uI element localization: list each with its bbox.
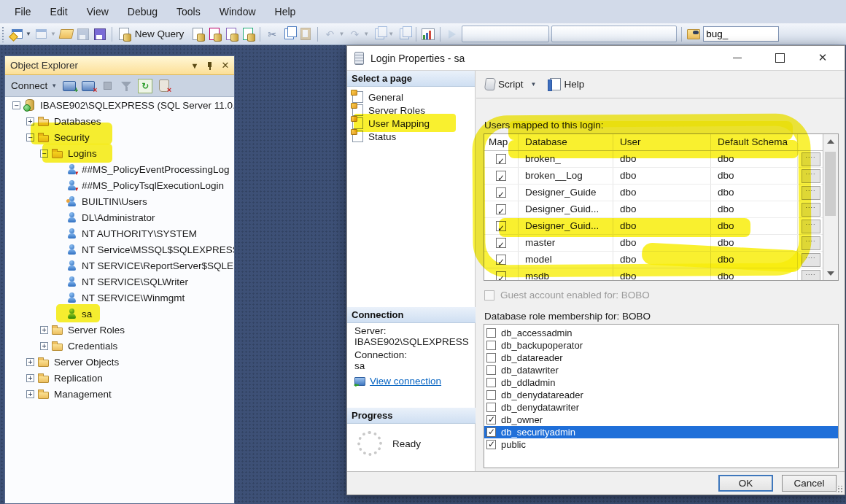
menu-item-edit[interactable]: Edit: [42, 3, 77, 20]
guest-account-checkbox[interactable]: [484, 290, 494, 301]
map-checkbox[interactable]: [496, 154, 506, 164]
role-item-db-datawriter[interactable]: db_datawriter: [484, 364, 838, 376]
tree-item-logins[interactable]: −Logins: [5, 145, 234, 161]
execute-icon[interactable]: [445, 27, 459, 42]
connect-server-icon[interactable]: +: [62, 79, 77, 93]
role-item-db-ddladmin[interactable]: db_ddladmin: [484, 376, 838, 389]
ellipsis-button[interactable]: ....: [802, 169, 820, 183]
uncomment-icon[interactable]: [397, 27, 411, 42]
xmla-query-icon[interactable]: [241, 27, 255, 42]
find-in-files-icon[interactable]: [686, 27, 701, 42]
tree-item-credentials[interactable]: +Credentials: [5, 338, 234, 354]
role-item-db-backupoperator[interactable]: db_backupoperator: [484, 339, 838, 352]
comment-dropdown-icon[interactable]: ▼: [388, 31, 394, 37]
role-item-public[interactable]: public: [484, 438, 838, 451]
activity-monitor-icon[interactable]: [421, 27, 435, 42]
page-item-user-mapping[interactable]: User Mapping: [347, 117, 475, 130]
map-checkbox[interactable]: [496, 204, 506, 214]
new-project-button[interactable]: [9, 27, 24, 42]
role-checkbox[interactable]: [486, 403, 496, 412]
menu-item-debug[interactable]: Debug: [119, 3, 166, 20]
map-checkbox[interactable]: [496, 187, 506, 198]
role-item-db-owner[interactable]: db_owner: [484, 414, 838, 426]
expand-toggle[interactable]: +: [26, 117, 34, 125]
tree-item-ibase902-sqlexpress-sql-server-11-0[interactable]: −IBASE902\SQLEXPRESS (SQL Server 11.0.: [5, 97, 234, 113]
menu-item-help[interactable]: Help: [266, 3, 305, 20]
stop-icon[interactable]: [100, 79, 115, 93]
resize-grip[interactable]: [836, 486, 843, 493]
role-item-db-accessadmin[interactable]: db_accessadmin: [484, 327, 838, 339]
tree-item-builtin-users[interactable]: BUILTIN\Users: [5, 193, 234, 209]
tree-item-management[interactable]: +Management: [5, 386, 234, 402]
scroll-thumb[interactable]: [825, 152, 836, 216]
expand-toggle[interactable]: −: [12, 101, 20, 109]
database-engine-query-icon[interactable]: [190, 27, 205, 42]
page-item-general[interactable]: General: [347, 90, 475, 104]
role-checkbox[interactable]: [486, 427, 496, 437]
copy-icon[interactable]: [282, 27, 296, 42]
tree-item-nt-service-winmgmt[interactable]: NT SERVICE\Winmgmt: [5, 290, 234, 306]
ellipsis-button[interactable]: ....: [802, 203, 820, 217]
new-query-button[interactable]: New Query: [135, 28, 185, 39]
ellipsis-button[interactable]: ....: [802, 220, 820, 233]
cut-icon[interactable]: ✂: [265, 27, 279, 42]
tree-item-nt-authority-system[interactable]: NT AUTHORITY\SYSTEM: [5, 225, 234, 241]
redo-dropdown-icon[interactable]: ▼: [363, 31, 369, 37]
ellipsis-button[interactable]: ....: [802, 152, 820, 166]
paste-icon[interactable]: [298, 27, 313, 42]
disconnect-server-icon[interactable]: ×: [81, 79, 96, 93]
tree-item-nt-service-sqlwriter[interactable]: NT SERVICE\SQLWriter: [5, 274, 234, 290]
role-item-db-denydatawriter[interactable]: db_denydatawriter: [484, 401, 838, 414]
toolbar-combo-2[interactable]: [551, 26, 677, 42]
table-scrollbar[interactable]: [823, 134, 838, 280]
connect-button[interactable]: Connect: [11, 80, 47, 91]
role-checkbox[interactable]: [486, 378, 496, 387]
tree-item-nt-service-mssql-sqlexpress[interactable]: NT Service\MSSQL$SQLEXPRESS: [5, 241, 234, 257]
window-position-icon[interactable]: ▼: [188, 59, 201, 72]
mdx-query-icon[interactable]: [207, 27, 222, 42]
page-item-status[interactable]: Status: [347, 130, 475, 143]
tree-item-security[interactable]: −Security: [5, 129, 234, 145]
connect-dropdown-icon[interactable]: ▼: [51, 82, 57, 89]
tree-item-replication[interactable]: +Replication: [5, 370, 234, 386]
table-row-model[interactable]: modeldbodbo....: [484, 252, 823, 268]
map-checkbox[interactable]: [496, 271, 506, 280]
filter-icon[interactable]: [119, 79, 133, 93]
role-checkbox[interactable]: [486, 365, 496, 375]
table-row-broken-log[interactable]: broken__Logdbodbo....: [484, 168, 823, 185]
role-checkbox[interactable]: [486, 353, 496, 363]
role-checkbox[interactable]: [486, 341, 496, 350]
role-checkbox[interactable]: [486, 415, 496, 424]
add-item-button[interactable]: [34, 27, 49, 42]
tree-item-ms-policyeventprocessinglog[interactable]: ▼##MS_PolicyEventProcessingLog: [5, 161, 234, 177]
toolbar-grip[interactable]: [1, 26, 5, 42]
expand-toggle[interactable]: +: [26, 374, 34, 382]
view-connection-link[interactable]: View connection: [370, 376, 441, 387]
map-checkbox[interactable]: [496, 255, 506, 265]
role-checkbox[interactable]: [486, 328, 496, 338]
menu-item-file[interactable]: File: [6, 3, 40, 20]
new-project-dropdown-icon[interactable]: ▼: [26, 31, 31, 37]
undo-dropdown-icon[interactable]: ▼: [338, 31, 344, 37]
close-button[interactable]: ✕: [808, 46, 837, 69]
menu-item-window[interactable]: Window: [211, 3, 265, 20]
dmx-query-icon[interactable]: [224, 27, 238, 42]
expand-toggle[interactable]: +: [40, 326, 48, 334]
tree-item-databases[interactable]: +Databases: [5, 113, 234, 129]
expand-toggle[interactable]: +: [40, 342, 48, 350]
menu-item-view[interactable]: View: [78, 3, 117, 20]
table-row-msdb[interactable]: msdbdbodbo....: [484, 268, 823, 280]
tree-item-server-objects[interactable]: +Server Objects: [5, 354, 234, 370]
comment-icon[interactable]: [372, 27, 387, 42]
role-checkbox[interactable]: [486, 390, 496, 400]
new-query-icon[interactable]: [117, 27, 131, 42]
tree-item-dl-administrator[interactable]: DL\Administrator: [5, 209, 234, 225]
tree-item-ms-policytsqlexecutionlogin[interactable]: ▼##MS_PolicyTsqlExecutionLogin: [5, 177, 234, 193]
save-all-button[interactable]: [93, 27, 107, 42]
add-item-dropdown-icon[interactable]: ▼: [50, 31, 56, 37]
role-item-db-securityadmin[interactable]: db_securityadmin: [484, 426, 838, 438]
minimize-button[interactable]: [723, 46, 752, 69]
help-button[interactable]: Help: [564, 79, 584, 90]
maximize-button[interactable]: [765, 46, 794, 69]
object-explorer-titlebar[interactable]: Object Explorer ▼ ✕: [5, 56, 234, 75]
